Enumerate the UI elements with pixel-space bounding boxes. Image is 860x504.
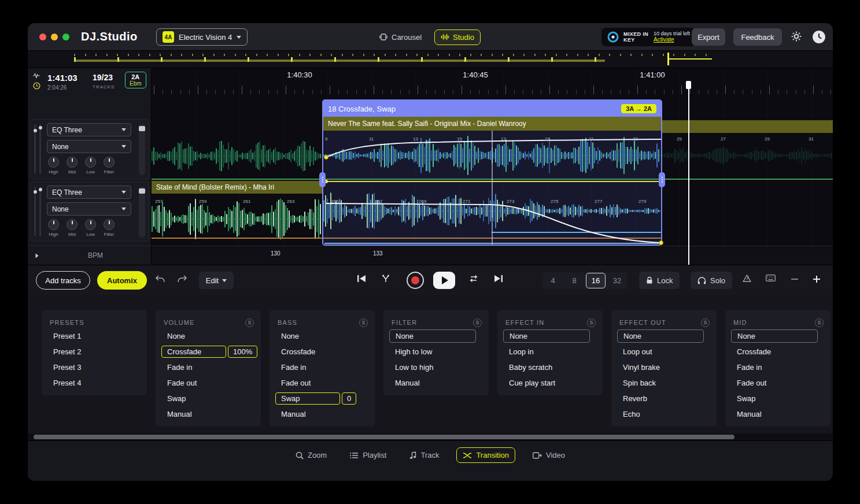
- knob-mid[interactable]: Mid: [67, 219, 77, 237]
- scrollbar-thumb[interactable]: [34, 435, 734, 439]
- track-a-title-bar[interactable]: Never The Same feat. Sally Saifi - Origi…: [323, 117, 661, 131]
- record-button[interactable]: [407, 272, 424, 289]
- crossfade-header[interactable]: 18 Crossfade, Swap 3A → 2A: [323, 101, 661, 117]
- option-swap[interactable]: Swap0: [270, 391, 375, 406]
- grid-option-8[interactable]: 8: [564, 273, 584, 288]
- edit-menu-button[interactable]: Edit: [199, 272, 234, 289]
- grid-option-16[interactable]: 16: [586, 273, 606, 288]
- knob-dial[interactable]: [48, 219, 59, 230]
- option-value[interactable]: 0: [342, 392, 356, 405]
- option-preset-3[interactable]: Preset 3: [42, 360, 147, 375]
- knob-dial[interactable]: [85, 219, 96, 230]
- option-cue-play-start[interactable]: Cue play start: [497, 375, 603, 391]
- skip-to-start-button[interactable]: [357, 275, 366, 284]
- undo-button[interactable]: [155, 275, 165, 286]
- deck2-trim-faders[interactable]: [34, 187, 41, 236]
- sync-badge[interactable]: S: [701, 318, 710, 327]
- tab-track[interactable]: Track: [404, 448, 445, 462]
- feedback-button[interactable]: Feedback: [733, 28, 782, 46]
- volume-curve-in[interactable]: [323, 131, 663, 180]
- overview-strip[interactable]: [28, 51, 833, 68]
- expand-chevron-icon[interactable]: [36, 253, 39, 258]
- option-crossfade[interactable]: Crossfade100%: [156, 344, 261, 360]
- knob-dial[interactable]: [67, 219, 77, 230]
- option-manual[interactable]: Manual: [383, 375, 489, 391]
- option-echo[interactable]: Echo: [611, 406, 717, 422]
- export-button[interactable]: Export: [692, 28, 725, 46]
- account-avatar[interactable]: [812, 30, 826, 44]
- deck2-effect-select[interactable]: None: [47, 202, 131, 216]
- option-preset-2[interactable]: Preset 2: [42, 344, 147, 360]
- track-b-title-bar[interactable]: State of Mind (Bolster Remix) - Mha Iri: [152, 181, 322, 194]
- option-fade-in[interactable]: Fade in: [725, 360, 831, 375]
- lock-button[interactable]: Lock: [639, 272, 680, 289]
- option-manual[interactable]: Manual: [156, 406, 261, 422]
- option-loop-out[interactable]: Loop out: [611, 344, 717, 360]
- zoom-in-button[interactable]: [812, 275, 821, 286]
- tab-playlist[interactable]: Playlist: [344, 448, 392, 462]
- crossfade-handle-left[interactable]: [319, 172, 326, 187]
- option-crossfade[interactable]: Crossfade: [725, 344, 831, 360]
- playhead[interactable]: [686, 81, 691, 265]
- redo-button[interactable]: [177, 275, 187, 286]
- grid-option-32[interactable]: 32: [607, 273, 627, 288]
- option-fade-out[interactable]: Fade out: [725, 375, 831, 391]
- grid-option-4[interactable]: 4: [543, 273, 563, 288]
- play-button[interactable]: [433, 272, 455, 289]
- mixed-in-key-widget[interactable]: MIXED IN KEY 10 days trial left Activate: [601, 28, 696, 46]
- option-manual[interactable]: Manual: [270, 406, 375, 422]
- automix-point-button[interactable]: [382, 275, 390, 284]
- timeline[interactable]: 1:40:301:40:451:41:00 State of Mind (Bol…: [152, 68, 833, 265]
- sync-badge[interactable]: S: [359, 318, 368, 327]
- knob-low[interactable]: Low: [85, 219, 96, 237]
- deck1-trim-faders[interactable]: [34, 124, 41, 174]
- settings-gear-icon[interactable]: [791, 31, 802, 44]
- minimize-button[interactable]: [51, 34, 58, 40]
- knob-dial[interactable]: [48, 157, 59, 168]
- keyboard-shortcuts-button[interactable]: [766, 275, 776, 283]
- option-preset-1[interactable]: Preset 1: [42, 328, 147, 344]
- tab-video[interactable]: Video: [527, 448, 571, 462]
- option-vinyl-brake[interactable]: Vinyl brake: [611, 360, 717, 375]
- knob-filter[interactable]: Filter: [104, 219, 115, 237]
- sync-badge[interactable]: S: [245, 318, 254, 327]
- maximize-button[interactable]: [62, 34, 69, 40]
- option-high-to-low[interactable]: High to low: [383, 344, 489, 360]
- option-low-to-high[interactable]: Low to high: [383, 360, 489, 375]
- select-mid[interactable]: None: [731, 329, 818, 343]
- select-filter[interactable]: None: [389, 329, 476, 343]
- add-tracks-button[interactable]: Add tracks: [36, 271, 90, 290]
- sync-badge[interactable]: S: [587, 318, 596, 327]
- metronome-button[interactable]: [743, 275, 751, 284]
- deck1-volume-slider[interactable]: [139, 124, 145, 175]
- crossfade-region[interactable]: 18 Crossfade, Swap 3A → 2A Never The Sam…: [322, 99, 662, 246]
- sync-badge[interactable]: S: [815, 318, 824, 327]
- option-preset-4[interactable]: Preset 4: [42, 375, 147, 391]
- volume-curve-out[interactable]: [323, 183, 663, 246]
- playhead-handle[interactable]: [686, 81, 691, 89]
- loop-button[interactable]: [468, 275, 479, 284]
- knob-dial[interactable]: [85, 157, 96, 168]
- knob-mid[interactable]: Mid: [67, 157, 77, 175]
- option-fade-in[interactable]: Fade in: [156, 360, 261, 375]
- automation-line-yellow[interactable]: [323, 181, 661, 182]
- waveform-lane-b-left[interactable]: [152, 197, 322, 242]
- toggle-carousel[interactable]: Carousel: [374, 30, 427, 45]
- toggle-studio[interactable]: Studio: [434, 29, 481, 45]
- skip-to-end-button[interactable]: [494, 275, 503, 284]
- automix-button[interactable]: Automix: [97, 271, 147, 290]
- knob-dial[interactable]: [104, 157, 115, 168]
- crossfade-divider[interactable]: [492, 131, 493, 244]
- knob-dial[interactable]: [104, 219, 115, 230]
- sync-badge[interactable]: S: [473, 318, 482, 327]
- crossfade-handle-right[interactable]: [659, 172, 665, 187]
- zoom-out-button[interactable]: [790, 275, 799, 286]
- select-effect-in[interactable]: None: [503, 329, 590, 343]
- select-effect-out[interactable]: None: [617, 329, 704, 343]
- option-none[interactable]: None: [270, 328, 375, 344]
- mix-selector[interactable]: 4A Electric Vision 4: [156, 28, 248, 46]
- option-fade-in[interactable]: Fade in: [270, 360, 375, 375]
- tab-transition[interactable]: Transition: [456, 447, 515, 463]
- deck1-eq-select[interactable]: EQ Three: [47, 123, 131, 136]
- knob-dial[interactable]: [67, 157, 77, 168]
